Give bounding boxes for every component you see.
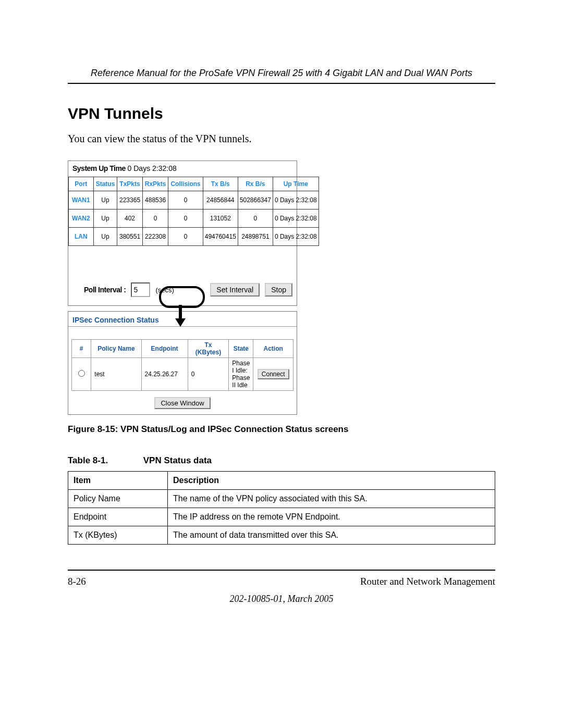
system-uptime-value: 0 Days 2:32:08: [128, 164, 177, 172]
table-row: Endpoint The IP address on the remote VP…: [68, 508, 495, 526]
cell-rxbs: 24898751: [238, 228, 273, 246]
cell-port: LAN: [69, 228, 94, 246]
system-uptime: System Up Time 0 Days 2:32:08: [68, 161, 297, 177]
ipsec-table: # Policy Name Endpoint Tx (KBytes) State…: [71, 339, 293, 391]
cell-desc: The IP address on the remote VPN Endpoin…: [168, 508, 495, 526]
table-row: WAN1 Up 223365 488536 0 24856844 5028663…: [69, 191, 319, 209]
cell-item: Tx (KBytes): [68, 526, 168, 545]
poll-interval-unit: (secs): [155, 286, 174, 294]
page-number: 8-26: [68, 576, 86, 587]
cell-txbs: 131052: [203, 209, 238, 228]
cell-policy: test: [91, 358, 141, 391]
cell-rxbs: 502866347: [238, 191, 273, 209]
col-status: Status: [93, 177, 117, 191]
cell-rxbs: 0: [238, 209, 273, 228]
connect-button[interactable]: Connect: [258, 369, 289, 379]
section-title: VPN Tunnels: [68, 105, 495, 122]
col-item: Item: [68, 472, 168, 490]
table-caption: Table 8-1. VPN Status data: [68, 455, 495, 466]
col-port: Port: [69, 177, 94, 191]
cell-status: Up: [93, 191, 117, 209]
cell-txpkts: 402: [117, 209, 142, 228]
stop-button[interactable]: Stop: [265, 283, 292, 297]
cell-txpkts: 380551: [117, 228, 142, 246]
cell-desc: The amount of data transmitted over this…: [168, 526, 495, 545]
vpn-status-data-table: Item Description Policy Name The name of…: [68, 471, 495, 545]
col-num: #: [72, 340, 91, 358]
close-window-button[interactable]: Close Window: [154, 397, 210, 409]
cell-uptime: 0 Days 2:32:08: [273, 191, 319, 209]
col-description: Description: [168, 472, 495, 490]
poll-interval-input[interactable]: [131, 282, 150, 297]
footer-section: Router and Network Management: [360, 576, 495, 587]
status-panel: System Up Time 0 Days 2:32:08 Port Statu…: [68, 161, 297, 306]
cell-port: WAN1: [69, 191, 94, 209]
cell-item: Endpoint: [68, 508, 168, 526]
running-head: Reference Manual for the ProSafe VPN Fir…: [68, 68, 495, 84]
cell-collisions: 0: [168, 228, 203, 246]
set-interval-button[interactable]: Set Interval: [210, 283, 260, 297]
cell-rxpkts: 488536: [142, 191, 168, 209]
cell-collisions: 0: [168, 191, 203, 209]
cell-endpoint: 24.25.26.27: [141, 358, 188, 391]
col-policy: Policy Name: [91, 340, 141, 358]
table-caption-number: Table 8-1.: [68, 455, 141, 466]
col-rxpkts: RxPkts: [142, 177, 168, 191]
col-rxbs: Rx B/s: [238, 177, 273, 191]
table-row: test 24.25.26.27 0 Phase I Idle: Phase I…: [72, 358, 293, 391]
col-txpkts: TxPkts: [117, 177, 142, 191]
port-status-table: Port Status TxPkts RxPkts Collisions Tx …: [68, 177, 319, 246]
system-uptime-label: System Up Time: [72, 164, 126, 172]
page-footer: 8-26 Router and Network Management: [68, 570, 495, 587]
table-row: Policy Name The name of the VPN policy a…: [68, 490, 495, 508]
cell-action: Connect: [253, 358, 293, 391]
cell-uptime: 0 Days 2:32:08: [273, 209, 319, 228]
radio-icon: [78, 370, 85, 377]
cell-tx: 0: [188, 358, 229, 391]
ipsec-title: IPSec Connection Status: [68, 312, 297, 327]
row-radio[interactable]: [72, 358, 91, 391]
col-collisions: Collisions: [168, 177, 203, 191]
table-row: Tx (KBytes) The amount of data transmitt…: [68, 526, 495, 545]
cell-rxpkts: 0: [142, 209, 168, 228]
table-row: LAN Up 380551 222308 0 494760415 2489875…: [69, 228, 319, 246]
cell-txbs: 494760415: [203, 228, 238, 246]
cell-item: Policy Name: [68, 490, 168, 508]
ipsec-status-panel: IPSec Connection Status # Policy Name En…: [68, 311, 297, 415]
poll-interval-row: Poll Interval : (secs) Set Interval Stop: [68, 282, 297, 305]
col-endpoint: Endpoint: [141, 340, 188, 358]
table-row: WAN2 Up 402 0 0 131052 0 0 Days 2:32:08: [69, 209, 319, 228]
cell-rxpkts: 222308: [142, 228, 168, 246]
col-txbs: Tx B/s: [203, 177, 238, 191]
cell-uptime: 0 Days 2:32:08: [273, 228, 319, 246]
cell-desc: The name of the VPN policy associated wi…: [168, 490, 495, 508]
col-uptime: Up Time: [273, 177, 319, 191]
figure-screens: System Up Time 0 Days 2:32:08 Port Statu…: [68, 161, 297, 415]
table-caption-title: VPN Status data: [143, 455, 212, 465]
cell-port: WAN2: [69, 209, 94, 228]
cell-txpkts: 223365: [117, 191, 142, 209]
cell-status: Up: [93, 209, 117, 228]
cell-status: Up: [93, 228, 117, 246]
col-tx: Tx (KBytes): [188, 340, 229, 358]
cell-collisions: 0: [168, 209, 203, 228]
col-action: Action: [253, 340, 293, 358]
figure-caption: Figure 8-15: VPN Status/Log and IPSec Co…: [68, 424, 495, 435]
poll-interval-label: Poll Interval :: [84, 286, 126, 294]
col-state: State: [229, 340, 253, 358]
document-id: 202-10085-01, March 2005: [68, 594, 495, 604]
section-intro: You can view the status of the VPN tunne…: [68, 133, 495, 145]
cell-state: Phase I Idle: Phase II Idle: [229, 358, 253, 391]
cell-txbs: 24856844: [203, 191, 238, 209]
